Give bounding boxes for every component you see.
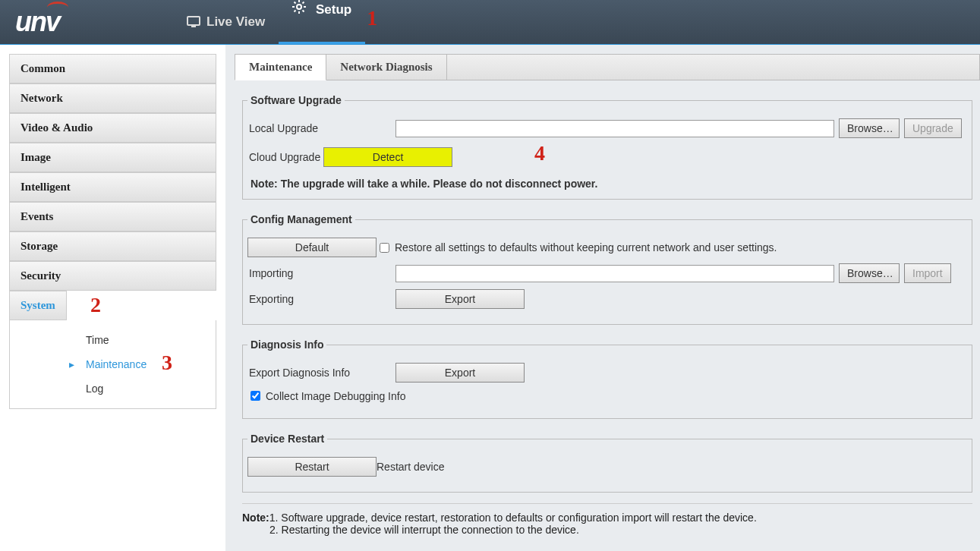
annotation-1: 1 bbox=[367, 6, 377, 30]
sidebar-item-network[interactable]: Network bbox=[9, 83, 216, 113]
tab-maintenance[interactable]: Maintenance bbox=[235, 54, 326, 80]
nav-setup-label: Setup bbox=[316, 2, 351, 17]
svg-point-2 bbox=[297, 5, 301, 9]
sidebar-item-intelligent[interactable]: Intelligent bbox=[9, 172, 216, 202]
config-management-legend: Config Management bbox=[247, 213, 355, 225]
note-line-2: 2. Restarting the device will interrupt … bbox=[242, 524, 972, 536]
export-diagnosis-label: Export Diagnosis Info bbox=[247, 367, 395, 379]
svg-line-10 bbox=[303, 2, 304, 4]
config-management-group: Config Management Default Restore all se… bbox=[242, 213, 972, 325]
sidebar-sub-time[interactable]: Time bbox=[10, 328, 216, 352]
collect-debug-checkbox[interactable] bbox=[251, 391, 260, 401]
sidebar-sub-log[interactable]: Log bbox=[10, 376, 216, 401]
body: Common Network Video & Audio Image Intel… bbox=[0, 44, 980, 551]
logo-text: unv bbox=[15, 6, 59, 37]
content-area: Maintenance Network Diagnosis Software U… bbox=[225, 45, 980, 551]
sidebar-item-system-label: System bbox=[20, 299, 55, 311]
page-notes: Note: 1. Software upgrade, device restar… bbox=[242, 503, 972, 536]
exporting-label: Exporting bbox=[247, 293, 395, 305]
sidebar-item-security[interactable]: Security bbox=[9, 261, 216, 291]
nav-active-underline bbox=[279, 42, 365, 44]
annotation-4: 4 bbox=[534, 141, 545, 165]
cloud-upgrade-label: Cloud Upgrade bbox=[247, 151, 320, 163]
config-default-spacer: Default bbox=[247, 238, 377, 257]
annotation-3: 3 bbox=[162, 351, 172, 375]
logo: unv bbox=[15, 6, 59, 38]
restore-settings-label: Restore all settings to defaults without… bbox=[395, 241, 777, 253]
local-upgrade-label: Local Upgrade bbox=[247, 122, 395, 134]
nav-live-view[interactable]: Live View bbox=[173, 0, 279, 44]
cloud-upgrade-detect-button[interactable]: Detect bbox=[323, 147, 452, 167]
sidebar-submenu-system: Time Maintenance 3 Log bbox=[9, 320, 216, 409]
tab-bar-filler bbox=[446, 54, 980, 80]
importing-input[interactable] bbox=[395, 265, 834, 282]
sidebar-item-common[interactable]: Common bbox=[9, 54, 216, 83]
config-export-button[interactable]: Export bbox=[395, 289, 525, 309]
restart-spacer: Restart bbox=[247, 457, 377, 477]
diagnosis-info-legend: Diagnosis Info bbox=[247, 338, 326, 351]
local-upgrade-input[interactable] bbox=[395, 120, 834, 137]
sidebar: Common Network Video & Audio Image Intel… bbox=[0, 45, 225, 551]
diagnosis-export-button[interactable]: Export bbox=[395, 363, 525, 383]
config-default-button[interactable]: Default bbox=[247, 238, 377, 257]
restart-button[interactable]: Restart bbox=[247, 457, 377, 477]
top-navbar: unv Live View Setup 1 bbox=[0, 0, 980, 44]
svg-line-7 bbox=[295, 2, 296, 4]
software-upgrade-legend: Software Upgrade bbox=[247, 94, 345, 106]
sidebar-sub-maintenance[interactable]: Maintenance 3 bbox=[10, 352, 154, 376]
monitor-icon bbox=[187, 16, 200, 28]
nav-setup[interactable]: Setup 1 bbox=[279, 0, 365, 44]
sidebar-item-video-audio[interactable]: Video & Audio bbox=[9, 113, 216, 143]
importing-label: Importing bbox=[247, 267, 395, 279]
svg-rect-0 bbox=[187, 17, 200, 25]
upgrade-note: Note: The upgrade will take a while. Ple… bbox=[251, 178, 967, 190]
svg-line-8 bbox=[303, 11, 304, 12]
restore-settings-checkbox[interactable] bbox=[380, 243, 389, 253]
nav-live-view-label: Live View bbox=[206, 14, 265, 30]
device-restart-legend: Device Restart bbox=[247, 433, 327, 445]
note-line-1: 1. Software upgrade, device restart, res… bbox=[269, 512, 757, 524]
software-upgrade-group: Software Upgrade Local Upgrade Browse… U… bbox=[242, 94, 972, 200]
restart-description: Restart device bbox=[377, 461, 444, 473]
local-upgrade-browse-button[interactable]: Browse… bbox=[839, 118, 900, 138]
local-upgrade-upgrade-button[interactable]: Upgrade bbox=[904, 118, 962, 138]
sidebar-item-events[interactable]: Events bbox=[9, 202, 216, 231]
sidebar-item-system[interactable]: System 2 bbox=[9, 291, 67, 320]
gear-icon bbox=[292, 0, 306, 14]
svg-line-9 bbox=[295, 11, 296, 12]
tab-bar: Maintenance Network Diagnosis bbox=[235, 54, 980, 80]
notes-label: Note: bbox=[242, 512, 269, 524]
importing-browse-button[interactable]: Browse… bbox=[839, 263, 900, 283]
svg-rect-1 bbox=[191, 26, 196, 27]
collect-debug-label: Collect Image Debugging Info bbox=[266, 390, 405, 402]
device-restart-group: Device Restart Restart Restart device bbox=[242, 433, 972, 493]
sidebar-item-storage[interactable]: Storage bbox=[9, 231, 216, 261]
annotation-2: 2 bbox=[90, 293, 101, 317]
tab-network-diagnosis[interactable]: Network Diagnosis bbox=[326, 54, 446, 80]
sidebar-sub-maintenance-label: Maintenance bbox=[86, 358, 147, 370]
sidebar-item-image[interactable]: Image bbox=[9, 143, 216, 172]
diagnosis-info-group: Diagnosis Info Export Diagnosis Info Exp… bbox=[242, 338, 972, 419]
import-button[interactable]: Import bbox=[904, 263, 951, 283]
logo-arc-icon bbox=[47, 2, 68, 8]
